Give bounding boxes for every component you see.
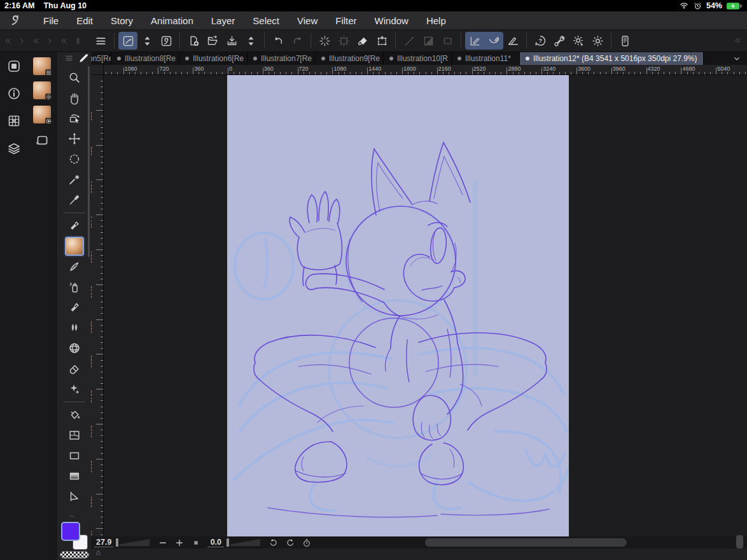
tab-overflow-button[interactable] [727,52,747,65]
figure-tool[interactable] [62,445,87,466]
collapse-palettes[interactable] [1,32,14,50]
menu-edit[interactable]: Edit [67,15,102,26]
menu-story[interactable]: Story [102,15,142,26]
snap-to-ruler[interactable] [465,32,484,50]
window-palette[interactable] [34,132,50,151]
select-drawing-area[interactable] [438,32,457,50]
highlighter-tool[interactable] [62,297,87,318]
auto-action[interactable] [315,32,334,50]
companion-mode[interactable] [615,32,634,50]
horizontal-scrollbar[interactable] [425,538,627,547]
balloon-tool[interactable] [62,486,87,507]
snap-to-special-ruler[interactable] [484,32,503,50]
collapse-palettes-3[interactable] [57,32,70,50]
menu-layer[interactable]: Layer [202,15,244,26]
tool-property-palette[interactable] [6,86,22,104]
invert-selection[interactable] [419,32,438,50]
touch-pen-mode[interactable] [118,32,137,50]
zoom-tool[interactable] [62,67,87,88]
auto-select-tool[interactable] [62,169,87,190]
collapse-bottom-bar[interactable] [94,549,103,560]
eraser-tool[interactable] [62,358,87,379]
airbrush-tool[interactable] [62,277,87,297]
zoom-out[interactable] [155,537,171,549]
main-color-swatch[interactable] [61,522,80,541]
deselect[interactable] [400,32,419,50]
liquify-tool[interactable] [62,338,87,358]
transform[interactable] [372,32,391,50]
move-layer-tool[interactable] [62,129,87,149]
rotation-slider-handle[interactable] [227,538,229,547]
marker-tool[interactable] [62,216,87,236]
decoration-tool[interactable] [62,379,87,399]
selection-launcher[interactable] [334,32,353,50]
menu-select[interactable]: Select [244,15,288,26]
expand-palette-2[interactable] [43,32,56,50]
rotate-counterclockwise[interactable] [265,537,282,549]
rotation-value[interactable]: 0.0 [207,538,224,547]
menu-view[interactable]: View [288,15,326,26]
zoom-slider-track[interactable] [119,539,150,546]
expand-palette[interactable] [15,32,28,50]
gradient-tool[interactable] [62,466,87,486]
brush-material-list[interactable] [33,57,51,75]
color-set-palette[interactable] [6,113,22,131]
save-options[interactable] [241,32,260,50]
menu-animation[interactable]: Animation [142,15,202,26]
quick-access-palette[interactable] [6,59,22,76]
tab-illustration8-re[interactable]: Illustration8[Re [111,52,179,65]
hand-tool[interactable] [62,88,87,108]
brush-material-record[interactable] [33,106,51,123]
blend-tool[interactable] [62,318,87,338]
menu-window[interactable]: Window [366,15,417,26]
document-canvas[interactable] [227,75,569,536]
snap-to-grid[interactable] [503,32,522,50]
redo[interactable] [288,32,307,50]
toolbar-drag-handle[interactable] [71,32,84,50]
undo[interactable] [269,32,288,50]
canvas-viewport[interactable] [104,75,747,536]
layer-palette[interactable] [6,141,22,158]
collapse-palettes-2[interactable] [29,32,42,50]
zoom-in[interactable] [171,537,188,549]
modifier-key-settings[interactable] [569,32,588,50]
rotate-canvas-tool[interactable] [62,108,87,129]
clear-fill[interactable] [353,32,372,50]
tab-illustration12-b4-3541-x-5016px-350dpi-27-9-[interactable]: Illustration12* (B4 3541 x 5016px 350dpi… [520,52,704,65]
mode-switcher[interactable] [137,32,157,50]
selection-tool[interactable] [62,149,87,169]
eyedropper-tool[interactable] [62,190,87,210]
tab-illustration11-[interactable]: Illustration11* [452,52,520,65]
zoom-value[interactable]: 27.9 [94,538,113,547]
reset-zoom[interactable] [188,537,204,549]
new-canvas[interactable] [184,32,203,50]
rotation-slider-track[interactable] [230,539,260,546]
rotate-clockwise[interactable] [282,537,298,549]
vertical-scrollbar[interactable] [736,535,743,549]
collapse-right-palettes[interactable] [733,36,743,48]
fill-tool[interactable] [62,405,87,425]
open-file[interactable] [203,32,222,50]
custom-brush-tool[interactable] [62,236,87,256]
brush-material-settings[interactable] [33,81,51,99]
frame-border-tool[interactable] [62,425,87,445]
clip-studio-logo[interactable] [9,13,23,29]
zoom-slider-handle[interactable] [116,538,118,547]
save-file[interactable] [222,32,241,50]
tab-illustration7-re[interactable]: Illustration7[Re [248,52,316,65]
tab-illustration6-re[interactable]: Illustration6[Re [179,52,248,65]
tool-sidebar-scrollbar[interactable] [88,66,90,257]
help[interactable]: ? [531,32,550,50]
command-bar-menu[interactable] [91,32,110,50]
menu-help[interactable]: Help [417,15,455,26]
menu-file[interactable]: File [34,15,67,26]
pen-tool[interactable] [62,256,87,277]
preferences[interactable] [550,32,569,50]
menu-filter[interactable]: Filter [326,15,365,26]
tab-illustration10-r[interactable]: Illustration10[R [384,52,452,65]
reset-rotation[interactable] [298,537,315,549]
transparent-color-swatch[interactable] [60,551,89,559]
shortcut-settings[interactable] [588,32,607,50]
open-clip-studio[interactable] [157,32,176,50]
tab-illustration9-re[interactable]: Illustration9[Re [316,52,384,65]
